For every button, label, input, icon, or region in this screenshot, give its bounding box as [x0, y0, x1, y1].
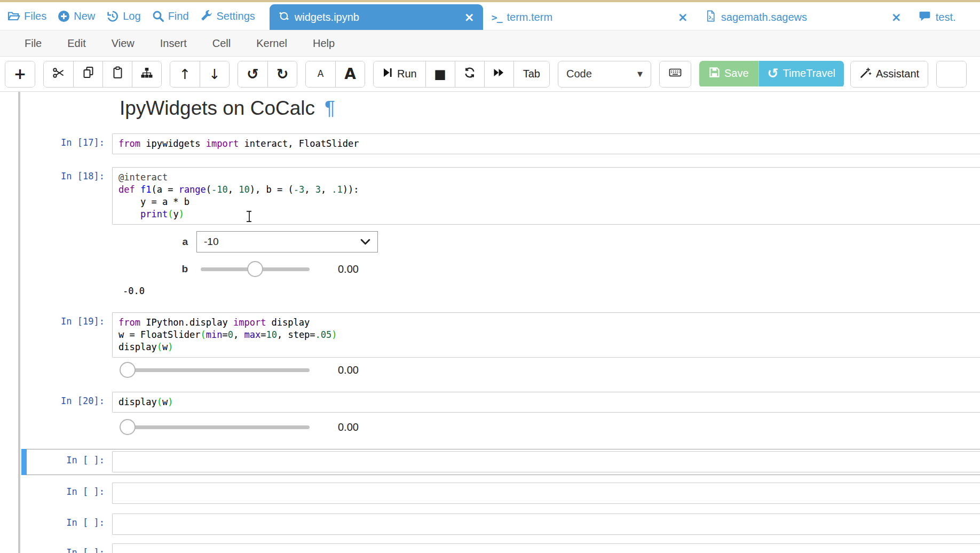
tab-sagemath-sagews[interactable]: sagemath.sagews × [697, 4, 910, 30]
restart-icon [463, 66, 476, 82]
cell-type-select[interactable]: Code ▼ [558, 61, 651, 88]
code-input[interactable] [112, 514, 980, 535]
run-label: Run [397, 68, 417, 80]
panel-divider [18, 92, 20, 553]
code-line: from IPython.display import display [118, 317, 980, 329]
tab-term-term[interactable]: >_ term.term × [483, 4, 697, 30]
code-line: w = FloatSlider(min=0, max=10, step=.05) [118, 329, 980, 341]
menu-view[interactable]: View [99, 37, 147, 50]
save-button[interactable]: Save [699, 61, 758, 86]
menu-file[interactable]: File [12, 37, 54, 50]
menu-edit[interactable]: Edit [54, 37, 98, 50]
code-line: display(w) [118, 341, 980, 353]
float-slider-w[interactable] [122, 419, 310, 435]
close-icon[interactable]: × [891, 11, 902, 23]
redo-button[interactable]: ↻ [267, 61, 297, 87]
interrupt-kernel-button[interactable]: ■ [425, 61, 455, 87]
nav-settings[interactable]: Settings [200, 10, 255, 22]
timetravel-button[interactable]: ↺ TimeTravel [758, 61, 844, 86]
code-input[interactable] [112, 543, 980, 553]
format-cells-button[interactable] [132, 61, 161, 87]
plus-icon: + [14, 67, 26, 82]
decrease-font-button[interactable]: A [306, 61, 335, 87]
nav-new-label: New [74, 10, 95, 22]
code-line: def f1(a = range(-10, 10), b = (-3, 3, .… [118, 184, 980, 196]
nav-files[interactable]: Files [7, 10, 46, 22]
slider-handle[interactable] [120, 362, 136, 378]
anchor-link-icon[interactable]: ¶ [325, 97, 335, 119]
move-cell-up-button[interactable]: ↑ [170, 61, 200, 87]
restart-kernel-button[interactable] [455, 61, 484, 87]
tab-test-chat[interactable]: test. × [910, 4, 980, 30]
undo-icon: ↺ [247, 67, 259, 81]
menu-kernel[interactable]: Kernel [243, 37, 300, 50]
close-icon[interactable]: × [464, 11, 475, 23]
undo-button[interactable]: ↺ [238, 61, 267, 87]
keyboard-shortcuts-button[interactable] [660, 61, 691, 87]
paste-cell-button[interactable] [102, 61, 132, 87]
cut-cell-button[interactable] [44, 61, 73, 87]
code-input[interactable] [112, 451, 980, 472]
nav-log-label: Log [123, 10, 140, 22]
code-line: from ipywidgets import interact, FloatSl… [118, 138, 980, 150]
save-label: Save [724, 67, 749, 80]
copy-icon [82, 66, 94, 82]
dropdown-a[interactable]: -10 [196, 231, 378, 252]
run-cell-button[interactable]: Run [374, 61, 425, 87]
menu-insert[interactable]: Insert [147, 37, 200, 50]
menu-help[interactable]: Help [300, 37, 347, 50]
code-input[interactable]: @interact def f1(a = range(-10, 10), b =… [112, 167, 980, 225]
code-input[interactable]: display(w) [112, 392, 980, 413]
font-small-icon: A [318, 69, 324, 78]
nav-find[interactable]: Find [152, 10, 189, 22]
tab-complete-button[interactable]: Tab [513, 61, 549, 87]
widget-label-a: a [0, 236, 188, 248]
cell-prompt: In [18]: [0, 167, 112, 225]
code-line: display(w) [118, 396, 980, 408]
history-icon [106, 10, 119, 22]
selected-empty-cell[interactable]: In [ ]: [27, 449, 980, 475]
code-line: @interact [118, 171, 980, 184]
code-input[interactable]: from IPython.display import display w = … [112, 312, 980, 358]
float-slider-w[interactable] [122, 362, 310, 378]
code-input[interactable]: from ipywidgets import interact, FloatSl… [112, 133, 980, 154]
cell-prompt: In [17]: [0, 133, 112, 154]
nav-log[interactable]: Log [106, 10, 140, 22]
save-icon [709, 67, 720, 81]
slider-handle[interactable] [247, 261, 263, 277]
copy-cell-button[interactable] [73, 61, 102, 87]
ipynb-file-icon [278, 10, 290, 25]
terminal-icon: >_ [492, 12, 502, 23]
slider-readout: 0.00 [338, 364, 375, 376]
cocalc-window: Files New Log Find Settings widget [0, 0, 980, 553]
slider-readout: 0.00 [338, 421, 375, 433]
selected-cell-indicator [21, 449, 27, 475]
float-slider-b[interactable] [201, 261, 310, 277]
fast-forward-icon [493, 67, 505, 81]
assistant-button[interactable]: Assistant [851, 61, 928, 87]
move-cell-down-button[interactable]: ↓ [200, 61, 229, 87]
menu-cell[interactable]: Cell [200, 37, 243, 50]
notebook-scroll-area[interactable]: IpyWidgets on CoCalc¶ In [17]: from ipyw… [0, 92, 980, 553]
slider-track[interactable] [122, 425, 310, 429]
code-input[interactable] [112, 483, 980, 504]
folder-open-icon [7, 10, 20, 22]
empty-cell: In [ ]: [0, 483, 980, 504]
chevron-down-icon [360, 236, 370, 248]
tab-label: test. [936, 11, 956, 23]
clipboard-icon [112, 66, 124, 82]
close-icon[interactable]: × [678, 11, 688, 23]
slider-handle[interactable] [120, 419, 136, 435]
nav-files-label: Files [24, 10, 46, 22]
insert-cell-button[interactable]: + [5, 61, 35, 87]
cell-prompt: In [ ]: [0, 514, 112, 535]
timetravel-label: TimeTravel [783, 67, 836, 80]
run-all-button[interactable] [484, 61, 513, 87]
overflow-button[interactable] [937, 61, 966, 87]
slider-track[interactable] [122, 368, 310, 372]
increase-font-button[interactable]: A [335, 61, 365, 87]
tab-widgets-ipynb[interactable]: widgets.ipynb × [270, 4, 483, 30]
wrench-icon [200, 10, 213, 22]
nav-new[interactable]: New [58, 10, 95, 22]
file-tab-bar: Files New Log Find Settings widget [0, 2, 980, 30]
